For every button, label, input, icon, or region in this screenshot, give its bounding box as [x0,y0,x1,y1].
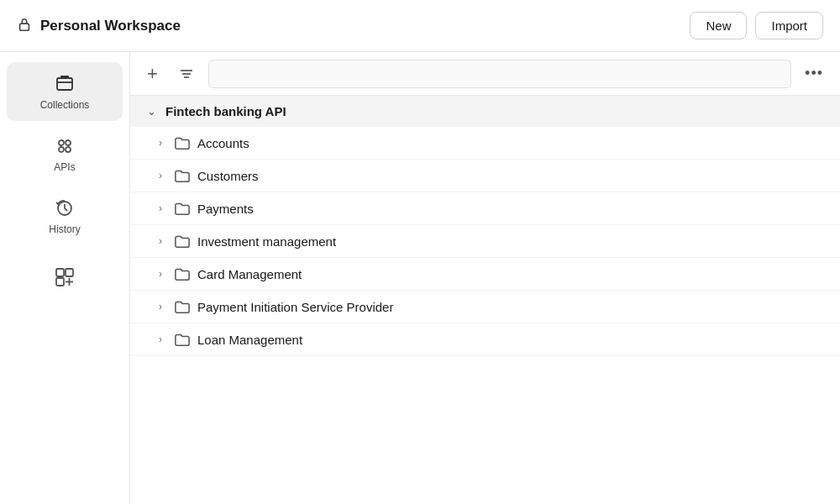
folder-name: Investment management [197,234,336,249]
folder-chevron-icon: › [154,202,167,214]
folder-item-accounts[interactable]: › Accounts [130,127,840,160]
folder-icon [174,135,191,150]
folder-chevron-icon: › [154,268,167,280]
folder-name: Card Management [197,267,302,281]
folder-chevron-icon: › [154,170,167,181]
filter-button[interactable] [171,62,202,86]
collection-tree: ⌄ Fintech banking API › Accounts › [130,96,840,504]
folder-item-investment[interactable]: › Investment management [130,225,840,258]
sidebar: Collections APIs [0,52,130,504]
folder-item-pisp[interactable]: › Payment Initiation Service Provider [130,291,840,323]
folder-name: Customers [197,169,259,183]
new-button[interactable]: New [690,12,747,39]
sidebar-item-add[interactable] [7,255,123,302]
folder-item-payments[interactable]: › Payments [130,192,840,225]
collection-chevron-icon: ⌄ [144,105,159,118]
folder-item-card-management[interactable]: › Card Management [130,258,840,291]
apis-label: APIs [54,161,75,173]
folder-chevron-icon: › [154,333,167,345]
history-icon [53,197,76,220]
add-workspace-icon [53,265,76,289]
lock-icon [17,17,32,35]
add-button[interactable]: + [140,61,165,87]
folder-item-customers[interactable]: › Customers [130,160,840,192]
folder-name: Accounts [197,136,249,150]
svg-point-4 [66,140,71,145]
folder-list: › Accounts › Customers [130,127,840,356]
app-header: Personal Workspace New Import [0,0,840,52]
toolbar: + ••• [130,52,840,96]
sidebar-item-history[interactable]: History [7,186,123,245]
folder-icon [174,168,191,183]
folder-name: Payment Initiation Service Provider [197,300,393,314]
folder-chevron-icon: › [154,137,167,149]
svg-rect-10 [56,278,64,286]
import-button[interactable]: Import [755,12,823,39]
svg-rect-8 [56,269,64,276]
folder-item-loan-management[interactable]: › Loan Management [130,323,840,356]
folder-icon [174,234,191,249]
svg-point-6 [66,147,71,152]
history-label: History [49,223,80,235]
collections-label: Collections [40,99,90,111]
header-left: Personal Workspace [17,17,181,35]
header-actions: New Import [690,12,823,39]
content-area: + ••• ⌄ Fintech banking API › [130,52,840,504]
more-options-button[interactable]: ••• [798,61,830,86]
folder-icon [174,266,191,281]
svg-point-3 [59,140,64,145]
sidebar-item-collections[interactable]: Collections [7,62,123,121]
main-layout: Collections APIs [0,52,840,504]
folder-icon [174,201,191,216]
svg-point-5 [59,147,64,152]
collections-icon [53,72,76,96]
folder-chevron-icon: › [154,235,167,247]
collection-header[interactable]: ⌄ Fintech banking API [130,96,840,127]
svg-rect-9 [66,269,73,276]
collection-name: Fintech banking API [165,104,286,118]
workspace-title: Personal Workspace [40,18,181,34]
search-input[interactable] [208,60,791,88]
folder-chevron-icon: › [154,301,167,312]
sidebar-item-apis[interactable]: APIs [7,124,123,183]
folder-name: Payments [197,202,254,216]
svg-rect-0 [20,24,29,30]
folder-icon [174,332,191,347]
folder-name: Loan Management [197,333,302,347]
apis-icon [53,134,76,158]
folder-icon [174,299,191,314]
svg-rect-1 [57,78,72,90]
